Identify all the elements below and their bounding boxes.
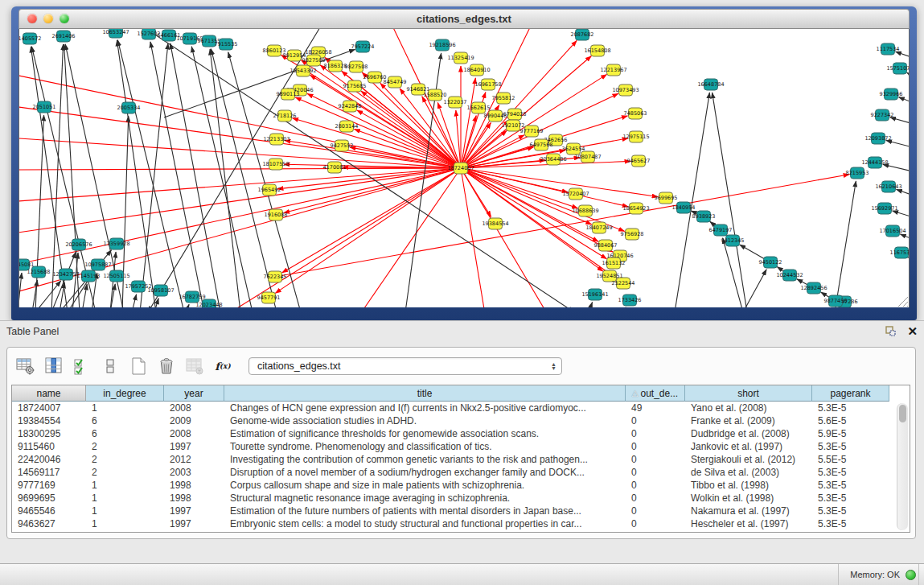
svg-text:1733426: 1733426 (618, 297, 642, 303)
table-cell: Stergiakouli et al. (2012) (685, 453, 812, 466)
table-row[interactable]: 2242004622012Investigating the contribut… (12, 453, 910, 466)
svg-text:6794028: 6794028 (503, 111, 527, 117)
table-cell: Jankovic et al. (1997) (685, 440, 812, 453)
column-header-year[interactable]: year (164, 385, 224, 402)
table-cell: 1 (86, 517, 164, 530)
table-cell: 1998 (164, 479, 224, 492)
table-row[interactable]: 977716911998Corpus callosum shape and si… (12, 479, 910, 492)
table-cell: Genome-wide association studies in ADHD. (224, 414, 626, 427)
table-settings-icon[interactable] (15, 356, 36, 377)
table-row[interactable]: 946554611997Estimation of the future num… (12, 505, 910, 517)
svg-text:9884067: 9884067 (594, 242, 618, 249)
svg-text:1145193: 1145193 (77, 273, 101, 279)
table-cell: 0 (626, 505, 685, 517)
window-titlebar[interactable]: citations_edges.txt (18, 9, 910, 29)
svg-text:3624554: 3624554 (562, 146, 585, 152)
table-vertical-scrollbar[interactable] (897, 403, 908, 530)
table-row[interactable]: 1938455462009Genome-wide association stu… (12, 414, 910, 427)
table-cell: Estimation of the future numbers of pati… (224, 505, 626, 517)
svg-text:9827509: 9827509 (302, 57, 326, 64)
column-header-in_degree[interactable]: in_degree (86, 385, 164, 402)
column-header-title[interactable]: title (224, 385, 626, 402)
select-all-checks-icon[interactable] (72, 356, 92, 377)
table-body: 1872400712008Changes of HCN gene express… (12, 402, 910, 530)
svg-text:1405572: 1405572 (19, 35, 41, 42)
memory-status: Memory: OK (838, 564, 916, 585)
table-selector-dropdown[interactable]: citations_edges.txt ▲▼ (248, 357, 562, 375)
node-table[interactable]: namein_degreeyeartitle△out_de...shortpag… (11, 385, 910, 533)
zoom-window-button[interactable] (60, 14, 69, 23)
table-row[interactable]: 911546021997Tourette syndrome. Phenomeno… (12, 440, 910, 453)
svg-text:2803144: 2803144 (335, 123, 359, 130)
table-panel: Table Panel ✕ (0, 320, 924, 565)
svg-text:2718126: 2718126 (273, 113, 297, 119)
table-cell: 1 (86, 402, 164, 414)
table-cell: 5.6E-5 (812, 414, 889, 427)
svg-text:19384554: 19384554 (482, 220, 508, 227)
table-cell: 1 (86, 505, 164, 517)
table-cell: Yano et al. (2008) (685, 402, 812, 414)
table-cell: 0 (626, 453, 685, 466)
svg-text:4170081: 4170081 (323, 164, 347, 171)
table-cell: Corpus callosum shape and size in male p… (224, 479, 626, 492)
svg-text:18407249: 18407249 (585, 225, 612, 231)
float-window-icon[interactable] (884, 325, 897, 338)
svg-text:12975115: 12975115 (622, 134, 649, 140)
table-cell: Tibbo et al. (1998) (685, 479, 812, 492)
trash-icon[interactable] (156, 356, 177, 377)
svg-text:8454749: 8454749 (384, 79, 407, 85)
svg-text:9877456: 9877456 (824, 298, 848, 304)
svg-text:16154808: 16154808 (584, 47, 610, 54)
table-row[interactable]: 946362711997Embryonic stem cells: a mode… (12, 517, 910, 530)
svg-text:9450122: 9450122 (759, 259, 782, 266)
table-row[interactable]: 1872400712008Changes of HCN gene express… (12, 402, 910, 414)
table-row[interactable]: 969969511998Structural magnetic resonanc… (12, 492, 910, 505)
svg-text:15751074: 15751074 (886, 65, 910, 72)
table-cell: 5.3E-5 (812, 505, 889, 517)
network-canvas[interactable]: 1872400788601238912954182260589827509818… (18, 29, 910, 307)
table-cell: 5.3E-5 (812, 492, 889, 505)
column-header-pagerank[interactable]: pagerank (812, 385, 889, 402)
svg-text:9457791: 9457791 (257, 295, 281, 301)
table-cell: 0 (626, 414, 685, 427)
svg-text:10975887: 10975887 (84, 262, 111, 268)
table-toolbar: f(x) citations_edges.txt ▲▼ (15, 354, 562, 378)
network-view-window[interactable]: citations_edges.txt 18724007886012389129… (11, 6, 917, 320)
table-header-row: namein_degreeyeartitle△out_de...shortpag… (12, 385, 910, 402)
status-bar: Memory: OK (0, 563, 924, 585)
table-cell: 18300295 (12, 427, 86, 440)
table-cell: 49 (626, 402, 685, 414)
memory-status-label: Memory: OK (850, 570, 900, 579)
minimize-window-button[interactable] (43, 14, 53, 23)
function-builder-icon[interactable]: f(x) (212, 356, 233, 377)
scrollbar-thumb[interactable] (899, 405, 906, 422)
svg-text:15196141: 15196141 (581, 291, 608, 298)
svg-text:9777169: 9777169 (520, 128, 544, 134)
delete-table-icon-disabled (184, 356, 205, 377)
table-cell: 2008 (164, 427, 224, 440)
column-header-name[interactable]: name (12, 385, 86, 402)
table-cell: 5.5E-5 (812, 453, 889, 466)
table-row[interactable]: 1456911722003Disruption of a novel membe… (12, 466, 910, 479)
close-window-button[interactable] (27, 14, 37, 23)
table-cell: 9465546 (12, 505, 86, 517)
column-header-short[interactable]: short (685, 385, 812, 402)
close-panel-icon[interactable]: ✕ (907, 326, 918, 337)
column-header-out_de[interactable]: △out_de... (626, 385, 685, 402)
table-cell: Disruption of a novel member of a sodium… (224, 466, 626, 479)
table-cell: 2012 (164, 453, 224, 466)
table-row[interactable]: 1830029562008Estimation of significance … (12, 427, 910, 440)
rows-icon[interactable] (100, 356, 121, 377)
svg-text:12093872: 12093872 (864, 135, 891, 142)
svg-text:12023448: 12023448 (195, 302, 222, 307)
svg-text:2087682: 2087682 (571, 31, 594, 38)
citation-network-graph[interactable]: 1872400788601238912954182260589827509818… (19, 29, 910, 307)
new-document-icon[interactable] (128, 356, 149, 377)
table-cell: 19384554 (12, 414, 86, 427)
table-cell: 2003 (164, 466, 224, 479)
select-column-icon[interactable] (43, 356, 64, 377)
svg-text:10688639: 10688639 (572, 208, 598, 214)
svg-text:12505115: 12505115 (103, 273, 129, 279)
table-cell: 0 (626, 517, 685, 530)
table-cell: 2 (86, 440, 164, 453)
